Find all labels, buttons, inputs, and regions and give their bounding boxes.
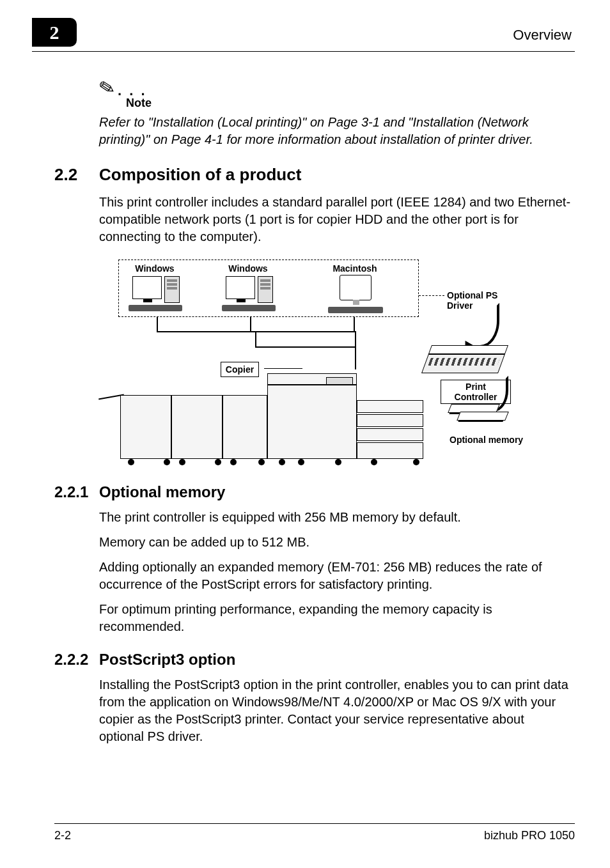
connector-line — [255, 331, 256, 346]
macintosh-icon — [327, 275, 384, 313]
composition-diagram: Windows Windows Macintosh Optional PS Dr… — [99, 257, 572, 468]
connector-line — [157, 317, 158, 331]
page-footer: 2-2 bizhub PRO 1050 — [54, 823, 575, 842]
header-rule — [32, 51, 575, 52]
ps-to-controller-arrow — [467, 303, 499, 348]
body-paragraph: Adding optionally an expanded memory (EM… — [99, 559, 572, 593]
optional-memory-icon — [450, 404, 513, 430]
header-section-title: Overview — [513, 27, 572, 43]
body-paragraph: This print controller includes a standar… — [99, 194, 572, 245]
windows-pc-1-icon — [129, 276, 186, 311]
optional-memory-label: Optional memory — [450, 435, 526, 445]
body-paragraph: Memory can be added up to 512 MB. — [99, 534, 572, 551]
heading-2-2: 2.2Composition of a product — [54, 165, 572, 185]
ps-driver-connector-line — [419, 295, 444, 296]
note-block: ✎. . . Note Refer to "Installation (Loca… — [99, 77, 572, 148]
pencil-note-icon: ✎ — [97, 75, 118, 100]
windows-label-1: Windows — [132, 263, 177, 274]
body-paragraph: The print controller is equipped with 25… — [99, 509, 572, 526]
body-paragraph: For optimum printing performance, expand… — [99, 601, 572, 635]
connector-line — [264, 368, 302, 369]
footer-product-name: bizhub PRO 1050 — [484, 829, 575, 842]
heading-2-2-1: 2.2.1Optional memory — [54, 483, 572, 501]
footer-page-number: 2-2 — [54, 829, 71, 842]
heading-title: Optional memory — [99, 483, 225, 500]
note-label: Note — [126, 97, 572, 110]
heading-number: 2.2 — [54, 165, 99, 185]
macintosh-label: Macintosh — [329, 263, 380, 274]
connector-line — [354, 317, 355, 331]
heading-number: 2.2.1 — [54, 483, 99, 501]
heading-title: Composition of a product — [99, 165, 301, 184]
copier-machine-icon — [102, 378, 428, 468]
copier-label: Copier — [221, 362, 259, 377]
windows-label-2: Windows — [226, 263, 270, 274]
note-text: Refer to "Installation (Local printing)"… — [99, 114, 572, 148]
connector-line — [250, 317, 251, 331]
body-paragraph: Installing the PostScript3 option in the… — [99, 676, 572, 745]
heading-title: PostScript3 option — [99, 651, 235, 668]
windows-pc-2-icon — [222, 276, 279, 311]
connector-line — [255, 346, 356, 348]
connector-line — [355, 331, 356, 369]
heading-2-2-2: 2.2.2PostScript3 option — [54, 651, 572, 669]
heading-number: 2.2.2 — [54, 651, 99, 669]
chapter-number-tab: 2 — [32, 18, 77, 47]
